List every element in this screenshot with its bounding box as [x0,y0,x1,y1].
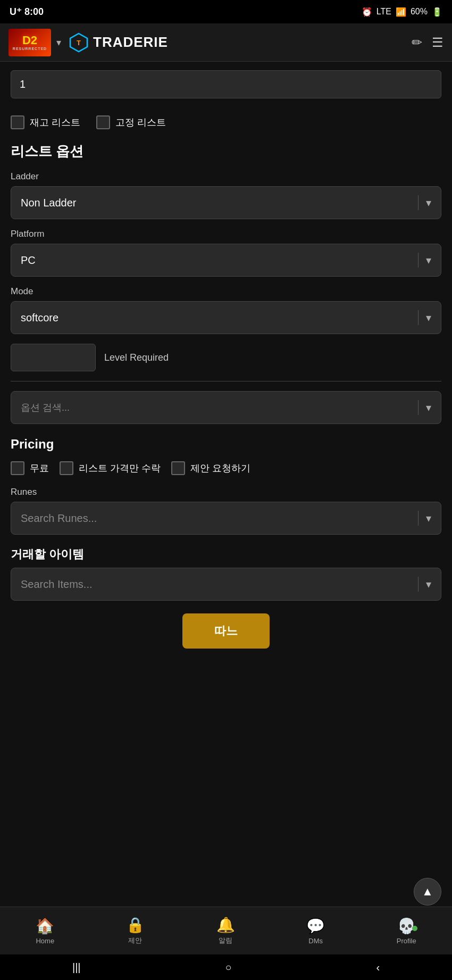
mode-label: Mode [11,286,441,297]
platform-label: Platform [11,229,441,239]
search-items-field[interactable]: Search Items... ▾ [11,568,441,601]
mode-chevron-icon: ▾ [426,311,431,324]
signal-icon: 📶 [396,7,406,17]
scroll-top-icon: ▲ [422,885,433,899]
platform-value: PC [21,254,36,267]
fixed-list-checkbox[interactable] [96,115,110,129]
list-price-only-label: 리스트 가격만 수락 [79,462,161,475]
traderie-brand: T TRADERIE [69,32,168,53]
dms-label: DMs [308,937,323,945]
items-divider [418,577,418,592]
inventory-list-option[interactable]: 재고 리스트 [11,115,80,129]
section-list-options: 리스트 옵션 [11,142,441,161]
network-icon: LTE [376,7,391,16]
home-label: Home [36,937,54,945]
mode-select[interactable]: softcore ▾ [11,301,441,334]
carrier-time: U⁺ 8:00 [10,6,44,18]
traderie-hex-icon: T [69,32,89,53]
game-logo[interactable]: D2 RESURRECTED [9,29,51,56]
ladder-value: Non Ladder [21,197,77,209]
runes-placeholder: Search Runes... [21,512,97,525]
pricing-options: 무료 리스트 가격만 수락 제안 요청하기 [11,461,441,475]
level-required-label: Level Required [104,352,169,363]
android-nav: ||| ○ ‹ [0,954,452,980]
ladder-group: Ladder Non Ladder ▾ [11,171,441,219]
runes-group: Runes Search Runes... ▾ [11,487,441,535]
level-required-row: Level Required [11,344,441,371]
svg-text:T: T [77,39,81,47]
offer-icon: 🔒 [126,916,145,934]
nav-actions: ✏ ☰ [412,35,443,50]
dms-icon: 💬 [306,917,325,935]
alerts-icon: 🔔 [216,916,235,934]
fixed-list-label: 고정 리스트 [115,116,166,129]
options-chevron-icon: ▾ [426,401,431,414]
submit-button[interactable]: 따느 [182,613,270,649]
trade-items-label: 거래할 아이템 [11,546,441,562]
bottom-nav: 🏠 Home 🔒 제안 🔔 알림 💬 DMs 💀 Profile [0,907,452,954]
menu-icon[interactable]: ☰ [432,35,443,50]
list-options-row: 재고 리스트 고정 리스트 [11,115,441,129]
options-divider [418,400,418,415]
ladder-label: Ladder [11,171,441,182]
request-offer-option[interactable]: 제안 요청하기 [171,461,250,475]
level-divider [11,381,441,381]
android-back-btn[interactable]: ‹ [376,961,380,974]
pricing-section-title: Pricing [11,437,441,452]
scroll-top-button[interactable]: ▲ [414,878,441,906]
options-search-field[interactable]: 옵션 검색... ▾ [11,391,441,424]
platform-group: Platform PC ▾ [11,229,441,277]
main-content: 재고 리스트 고정 리스트 리스트 옵션 Ladder Non Ladder ▾… [0,62,452,728]
traderie-title: TRADERIE [93,34,168,51]
quantity-input[interactable] [11,70,441,98]
mode-value: softcore [21,312,58,324]
platform-chevron-icon: ▾ [426,254,431,267]
mode-group: Mode softcore ▾ [11,286,441,334]
nav-home[interactable]: 🏠 Home [36,917,54,945]
alarm-icon: ⏰ [362,7,372,17]
options-search-placeholder: 옵션 검색... [21,401,70,414]
items-chevron-icon: ▾ [426,578,431,591]
nav-profile[interactable]: 💀 Profile [397,917,416,945]
brand-area: D2 RESURRECTED ▾ T TRADERIE [9,29,168,56]
inventory-list-label: 재고 리스트 [30,116,80,129]
game-chevron-icon[interactable]: ▾ [56,37,61,48]
search-items-placeholder: Search Items... [21,578,93,591]
android-recent-btn[interactable]: ||| [72,961,81,974]
free-checkbox[interactable] [11,461,24,475]
home-icon: 🏠 [36,917,54,935]
battery-icon: 🔋 [432,7,442,17]
edit-icon[interactable]: ✏ [412,35,422,50]
top-nav: D2 RESURRECTED ▾ T TRADERIE ✏ ☰ [0,23,452,62]
runes-select[interactable]: Search Runes... ▾ [11,502,441,535]
inventory-list-checkbox[interactable] [11,115,24,129]
runes-chevron-icon: ▾ [426,512,431,525]
runes-divider [418,511,418,526]
ladder-select[interactable]: Non Ladder ▾ [11,186,441,219]
mode-divider [418,310,418,325]
ladder-chevron-icon: ▾ [426,196,431,209]
profile-label: Profile [397,937,416,945]
platform-select[interactable]: PC ▾ [11,244,441,277]
request-offer-checkbox[interactable] [171,461,185,475]
nav-alerts[interactable]: 🔔 알림 [216,916,235,945]
battery-percent: 60% [411,7,428,16]
free-option[interactable]: 무료 [11,461,49,475]
nav-offer[interactable]: 🔒 제안 [126,916,145,945]
status-indicators: ⏰ LTE 📶 60% 🔋 [362,7,442,17]
offer-label: 제안 [128,936,142,945]
free-label: 무료 [30,462,49,475]
ladder-divider [418,195,418,210]
request-offer-label: 제안 요청하기 [190,462,250,475]
fixed-list-option[interactable]: 고정 리스트 [96,115,166,129]
level-required-input[interactable] [11,344,96,371]
list-price-only-option[interactable]: 리스트 가격만 수락 [60,461,161,475]
status-bar: U⁺ 8:00 ⏰ LTE 📶 60% 🔋 [0,0,452,23]
platform-divider [418,253,418,268]
list-price-only-checkbox[interactable] [60,461,73,475]
android-home-btn[interactable]: ○ [225,961,231,974]
alerts-label: 알림 [219,936,232,945]
runes-label: Runes [11,487,441,497]
nav-dms[interactable]: 💬 DMs [306,917,325,945]
profile-online-badge [412,926,417,931]
